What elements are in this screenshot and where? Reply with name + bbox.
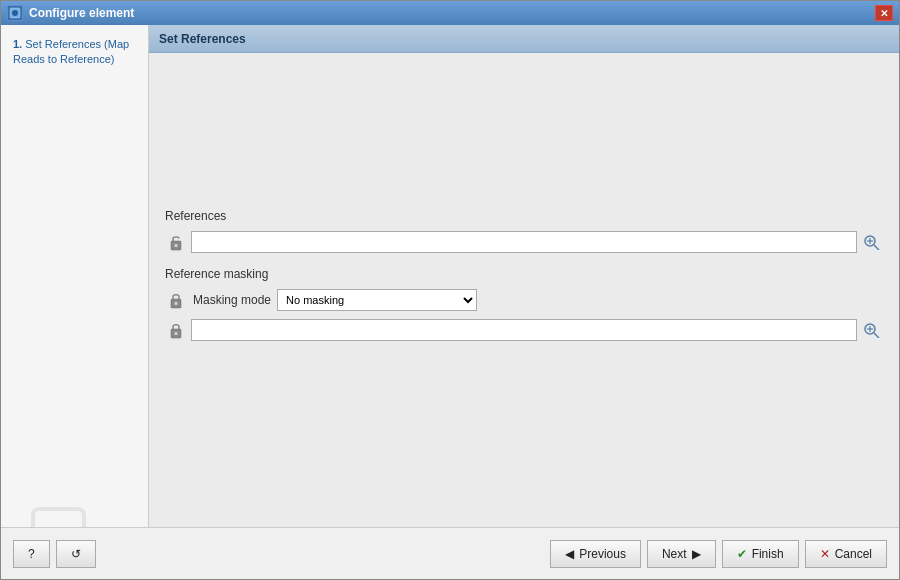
svg-rect-9 <box>175 302 178 305</box>
finish-button[interactable]: ✔ Finish <box>722 540 799 568</box>
references-text-input[interactable] <box>191 231 857 253</box>
bottom-left-buttons: ? ↺ <box>13 540 550 568</box>
reset-button[interactable]: ↺ <box>56 540 96 568</box>
main-panel: Set References References <box>149 25 899 527</box>
svg-line-13 <box>874 333 879 338</box>
masking-mode-row: Masking mode No masking Mask by annotati… <box>165 289 883 311</box>
masking-mode-lock-icon <box>165 289 187 311</box>
finish-check-icon: ✔ <box>737 547 747 561</box>
masking-input-row <box>165 319 883 341</box>
panel-body: References <box>149 53 899 527</box>
masking-text-input[interactable] <box>191 319 857 341</box>
svg-line-5 <box>874 245 879 250</box>
references-label: References <box>165 209 883 223</box>
masking-mode-select[interactable]: No masking Mask by annotation Mask by se… <box>277 289 477 311</box>
content-area: 1. Set References (Map Reads to Referenc… <box>1 25 899 527</box>
help-button[interactable]: ? <box>13 540 50 568</box>
next-button[interactable]: Next ▶ <box>647 540 716 568</box>
reference-masking-section: Reference masking Masking mode <box>165 267 883 341</box>
references-browse-icon[interactable] <box>861 231 883 253</box>
configure-element-window: Configure element ✕ 1. Set References (M… <box>0 0 900 580</box>
references-unlock-icon[interactable] <box>165 231 187 253</box>
svg-rect-11 <box>175 332 178 335</box>
panel-title: Set References <box>159 32 246 46</box>
cancel-x-icon: ✕ <box>820 547 830 561</box>
sidebar: 1. Set References (Map Reads to Referenc… <box>1 25 149 527</box>
svg-rect-3 <box>175 244 178 247</box>
references-input-row <box>165 231 883 253</box>
masking-mode-label: Masking mode <box>193 293 271 307</box>
masking-mode-select-wrapper: No masking Mask by annotation Mask by se… <box>277 289 477 311</box>
panel-header: Set References <box>149 25 899 53</box>
bottom-right-buttons: ◀ Previous Next ▶ ✔ Finish ✕ Cancel <box>550 540 887 568</box>
window-title: Configure element <box>29 6 875 20</box>
reference-masking-label: Reference masking <box>165 267 883 281</box>
references-section: References <box>165 209 883 253</box>
masking-input-lock-icon <box>165 319 187 341</box>
sidebar-item-set-references[interactable]: 1. Set References (Map Reads to Referenc… <box>9 35 140 70</box>
previous-arrow-icon: ◀ <box>565 547 574 561</box>
cancel-label: Cancel <box>835 547 872 561</box>
cancel-button[interactable]: ✕ Cancel <box>805 540 887 568</box>
window-icon <box>7 5 23 21</box>
finish-label: Finish <box>752 547 784 561</box>
next-arrow-icon: ▶ <box>692 547 701 561</box>
previous-label: Previous <box>579 547 626 561</box>
next-label: Next <box>662 547 687 561</box>
titlebar: Configure element ✕ <box>1 1 899 25</box>
bottom-bar: ? ↺ ◀ Previous Next ▶ ✔ Finish ✕ Cancel <box>1 527 899 579</box>
svg-point-1 <box>12 10 18 16</box>
masking-browse-icon[interactable] <box>861 319 883 341</box>
close-button[interactable]: ✕ <box>875 5 893 21</box>
previous-button[interactable]: ◀ Previous <box>550 540 641 568</box>
